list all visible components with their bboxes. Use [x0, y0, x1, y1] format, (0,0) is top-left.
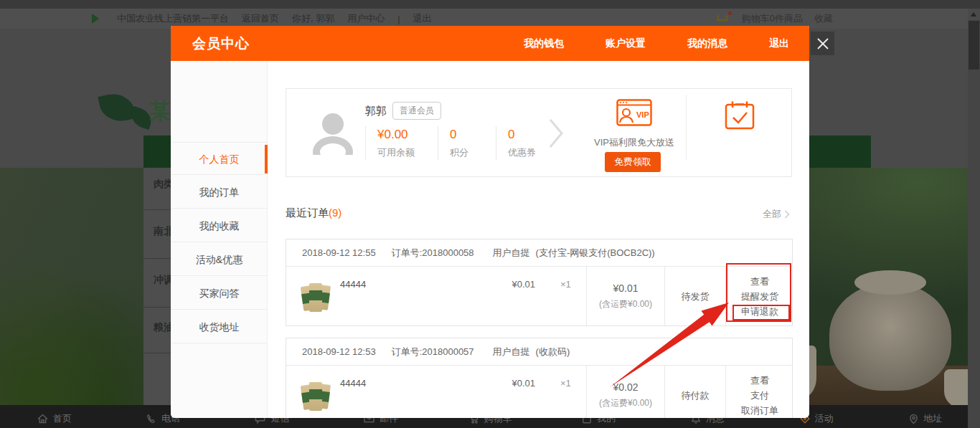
stat-points[interactable]: 0 积分: [438, 126, 496, 161]
sidebar-item-buyer-qa[interactable]: 买家问答: [171, 277, 268, 310]
site-logo-text: 某: [149, 97, 171, 126]
back-home-link[interactable]: 返回首页: [242, 12, 279, 25]
order-actions-cell: 查看 提醒发货 申请退款: [725, 267, 793, 326]
teapot-image: [829, 283, 951, 391]
sidebar-item-activities-offers[interactable]: 活动&优惠: [171, 243, 268, 276]
action-cancel-order[interactable]: 取消订单: [741, 403, 778, 418]
user-name: 郭郭: [365, 105, 387, 118]
logo-leaf-icon: [98, 90, 136, 125]
modal-header: 会员中心 我的钱包 账户设置 我的消息 退出: [171, 26, 809, 61]
bottombar-item-home[interactable]: 首页: [0, 408, 109, 425]
order-total-cell: ¥0.02 (含运费¥0.00): [586, 366, 664, 418]
order-status: 待付款: [682, 389, 710, 402]
profile-stats: ¥0.00 可用余额 0 积分 0 优惠券: [365, 126, 560, 161]
svg-text:VIP: VIP: [636, 110, 649, 119]
nav-my-messages[interactable]: 我的消息: [687, 37, 727, 50]
recent-orders-count: (9): [329, 206, 341, 219]
product-price: ¥0.01: [466, 279, 535, 290]
view-all-link[interactable]: 全部: [763, 208, 790, 221]
greeting-text: 你好, 郭郭: [292, 12, 334, 25]
order-datetime: 2018-09-12 12:53: [302, 338, 376, 365]
order-body: 44444 ¥0.01 ×1 ¥0.02 (含运费¥0.00) 待付款 查看 支…: [286, 366, 792, 418]
order-header: 2018-09-12 12:53 订单号:2018000057 用户自提 (收款…: [286, 338, 792, 366]
bottombar-item-address[interactable]: 地址: [871, 408, 980, 425]
free-claim-button[interactable]: 免费领取: [605, 152, 661, 172]
product-name[interactable]: 44444: [340, 378, 366, 389]
scrollbar-up-arrow[interactable]: [968, 9, 980, 20]
product-quantity: ×1: [560, 279, 571, 290]
modal-nav: 我的钱包 账户设置 我的消息 退出: [524, 37, 789, 50]
order-freight: (含运费¥0.00): [599, 397, 652, 409]
order-datetime: 2018-09-12 12:55: [302, 239, 376, 266]
sidebar-item-my-favorites[interactable]: 我的收藏: [171, 209, 268, 242]
order-body: 44444 ¥0.01 ×1 ¥0.01 (含运费¥0.00) 待发货 查看 提…: [286, 267, 792, 326]
member-center-modal: 会员中心 我的钱包 账户设置 我的消息 退出 个人首页 我的订单 我的收藏 活动…: [171, 26, 809, 418]
member-level-badge: 普通会员: [392, 102, 441, 120]
order-card: 2018-09-12 12:53 订单号:2018000057 用户自提 (收款…: [286, 338, 793, 418]
nav-logout[interactable]: 退出: [769, 37, 789, 50]
sidebar-item-personal-home[interactable]: 个人首页: [171, 142, 268, 175]
order-number: 订单号:2018000057: [392, 338, 474, 365]
action-view[interactable]: 查看: [750, 274, 769, 289]
order-actions-cell: 查看 支付 取消订单: [725, 366, 793, 418]
order-status: 待发货: [682, 290, 710, 303]
vip-benefit-label: VIP福利限免大放送: [573, 136, 695, 149]
product-thumbnail[interactable]: [302, 379, 331, 412]
order-status-cell: 待发货: [664, 267, 725, 326]
order-delivery-method: 用户自提: [493, 239, 530, 266]
cart-icon[interactable]: [717, 14, 730, 24]
order-delivery-method: 用户自提: [493, 338, 530, 365]
order-total: ¥0.02: [613, 381, 638, 393]
modal-title: 会员中心: [192, 34, 250, 53]
phone-icon: [146, 414, 156, 424]
calendar-check-icon: [725, 100, 755, 130]
modal-sidebar: 个人首页 我的订单 我的收藏 活动&优惠 买家问答 收货地址: [171, 61, 268, 418]
avatar: [312, 110, 354, 155]
map-pin-icon: [909, 414, 918, 424]
order-payment-method: (支付宝-网银支付(BOCB2C)): [536, 239, 655, 266]
favorites-link[interactable]: 收藏: [814, 12, 833, 25]
vip-icon: VIP: [616, 99, 652, 126]
product-price: ¥0.01: [466, 378, 535, 389]
order-card: 2018-09-12 12:55 订单号:2018000058 用户自提 (支付…: [286, 239, 793, 326]
user-center-link[interactable]: 用户中心: [347, 12, 385, 25]
profile-card: 郭郭 普通会员 ¥0.00 可用余额 0 积分 0 优惠券: [286, 88, 792, 177]
logout-link[interactable]: 退出: [413, 12, 432, 25]
topbar-separator: |: [397, 14, 400, 24]
order-number: 订单号:2018000058: [392, 239, 474, 266]
order-header: 2018-09-12 12:55 订单号:2018000058 用户自提 (支付…: [286, 239, 792, 267]
sidebar-item-my-orders[interactable]: 我的订单: [171, 176, 268, 209]
cart-count-link[interactable]: 购物车0件商品: [742, 12, 803, 25]
order-freight: (含运费¥0.00): [599, 298, 652, 310]
site-slogan: 中国农业线上营销第一平台: [117, 12, 229, 25]
product-thumbnail[interactable]: [302, 280, 331, 313]
stat-balance[interactable]: ¥0.00 可用余额: [365, 126, 438, 161]
announcement-speaker-icon: [92, 14, 104, 24]
chevron-right-icon[interactable]: [548, 118, 564, 149]
action-remind-shipment[interactable]: 提醒发货: [741, 289, 778, 304]
order-total-cell: ¥0.01 (含运费¥0.00): [586, 267, 664, 326]
signin-calendar-block[interactable]: [687, 89, 793, 178]
action-pay[interactable]: 支付: [750, 388, 769, 403]
nav-my-wallet[interactable]: 我的钱包: [524, 37, 564, 50]
home-icon: [37, 414, 48, 424]
window-top-strip: [0, 0, 980, 9]
recent-orders-header: 最近订单(9) 全部: [286, 206, 793, 222]
product-quantity: ×1: [560, 378, 571, 389]
vip-benefit-block: VIP VIP福利限免大放送 免费领取: [582, 89, 686, 178]
order-total: ¥0.01: [613, 282, 638, 294]
close-icon: [816, 37, 829, 50]
chevron-right-icon: [784, 210, 790, 219]
product-name[interactable]: 44444: [340, 279, 366, 290]
scrollbar-thumb[interactable]: [969, 21, 979, 70]
order-status-cell: 待付款: [664, 366, 725, 418]
page-scrollbar[interactable]: [968, 9, 980, 428]
recent-orders-title: 最近订单: [286, 206, 329, 219]
order-payment-method: (收款码): [536, 338, 570, 365]
modal-close-button[interactable]: [811, 32, 834, 55]
action-request-refund[interactable]: 申请退款: [741, 304, 778, 319]
nav-account-settings[interactable]: 账户设置: [606, 37, 646, 50]
sidebar-item-shipping-address[interactable]: 收货地址: [171, 310, 268, 343]
action-view[interactable]: 查看: [750, 373, 769, 388]
